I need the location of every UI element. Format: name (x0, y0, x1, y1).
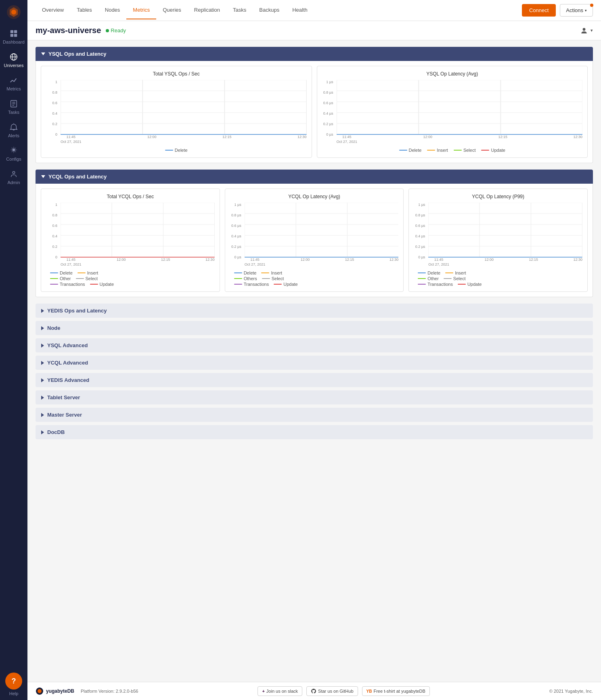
sidebar-item-tasks[interactable]: Tasks (0, 94, 27, 118)
sidebar-item-label: Admin (7, 180, 20, 185)
node-label: Node (47, 325, 61, 331)
sidebar-bottom: ? Help (0, 673, 27, 700)
ysql-ops-area: 10.80.60.40.20 (46, 80, 307, 145)
node-section[interactable]: Node (36, 321, 593, 335)
help-label: Help (9, 691, 19, 696)
ysql-ops-legend: Delete (46, 148, 307, 153)
sidebar-item-label: Universes (4, 63, 24, 68)
ysql-charts-row: Total YSQL Ops / Sec 10.80.60.40.20 (41, 66, 588, 158)
ysql-latency-yaxis: 1 µs0.8 µs0.6 µs0.4 µs0.2 µs0 µs (322, 80, 335, 136)
yedis-label: YEDIS Ops and Latency (47, 308, 107, 314)
docdb-section[interactable]: DocDB (36, 425, 593, 439)
help-button[interactable]: ? (5, 673, 22, 690)
tab-tasks[interactable]: Tasks (226, 1, 253, 19)
ysql-latency-plot (337, 80, 583, 135)
ysql-latency-chart: YSQL Op Latency (Avg) 1 µs0.8 µs0.6 µs0.… (317, 66, 588, 158)
ycql-advanced-section[interactable]: YCQL Advanced (36, 356, 593, 370)
ycql-ops-title: Total YCQL Ops / Sec (46, 194, 215, 199)
master-server-chevron-icon (41, 413, 44, 417)
svg-rect-3 (14, 30, 17, 33)
svg-point-13 (13, 149, 15, 151)
tablet-server-section[interactable]: Tablet Server (36, 390, 593, 404)
ycql-advanced-label: YCQL Advanced (47, 360, 88, 366)
sidebar-item-alerts[interactable]: Alerts (0, 118, 27, 141)
svg-point-15 (583, 28, 586, 31)
ycql-latency-avg-title: YCQL Op Latency (Avg) (230, 194, 399, 199)
topnav-actions: Connect Actions ▾ (522, 4, 593, 17)
tab-tables[interactable]: Tables (70, 1, 98, 19)
svg-rect-2 (10, 30, 13, 33)
ycql-chevron-icon (41, 175, 45, 178)
svg-point-14 (13, 172, 15, 174)
footer: yugabyteDB Platform Version: 2.9.2.0-b56… (27, 682, 601, 700)
sidebar-item-admin[interactable]: Admin (0, 165, 27, 188)
ysql-latency-legend: Delete Insert Select Update (322, 148, 583, 153)
ysql-ops-yaxis: 10.80.60.40.20 (46, 80, 59, 136)
actions-chevron-icon: ▾ (585, 8, 587, 13)
ysql-advanced-label: YSQL Advanced (47, 342, 88, 348)
ysql-advanced-chevron-icon (41, 344, 44, 348)
topnav-tabs: Overview Tables Nodes Metrics Queries Re… (36, 1, 522, 19)
master-server-section[interactable]: Master Server (36, 408, 593, 422)
yedis-advanced-chevron-icon (41, 378, 44, 382)
ycql-ops-plot (61, 203, 215, 258)
ycql-section: YCQL Ops and Latency Total YCQL Ops / Se… (36, 170, 593, 297)
master-server-label: Master Server (47, 412, 82, 418)
ysql-ops-chart: Total YSQL Ops / Sec 10.80.60.40.20 (41, 66, 312, 158)
ycql-latency-p99-yaxis: 1 µs0.8 µs0.6 µs0.4 µs0.2 µs0 µs (414, 203, 427, 259)
yedis-section[interactable]: YEDIS Ops and Latency (36, 304, 593, 318)
docdb-label: DocDB (47, 429, 65, 435)
sidebar-item-label: Dashboard (3, 40, 25, 44)
tshirt-link[interactable]: YB Free t-shirt at yugabyteDB (362, 686, 430, 696)
tab-nodes[interactable]: Nodes (98, 1, 127, 19)
tab-queries[interactable]: Queries (156, 1, 188, 19)
sidebar-item-metrics[interactable]: Metrics (0, 71, 27, 94)
universe-name: my-aws-universe (36, 26, 101, 35)
connect-button[interactable]: Connect (522, 4, 556, 17)
ycql-latency-p99-chart: YCQL Op Latency (P99) 1 µs0.8 µs0.6 µs0.… (408, 189, 588, 292)
footer-copyright: © 2021 Yugabyte, Inc. (549, 689, 593, 694)
ysql-latency-title: YSQL Op Latency (Avg) (322, 71, 583, 77)
footer-brand: yugabyteDB (36, 687, 74, 695)
sidebar-item-label: Configs (6, 157, 21, 161)
ycql-section-header[interactable]: YCQL Ops and Latency (36, 170, 593, 184)
ycql-ops-area: 10.80.60.40.20 (46, 203, 215, 267)
github-link[interactable]: Star us on GitHub (306, 686, 358, 696)
sidebar-item-dashboard[interactable]: Dashboard (0, 24, 27, 48)
status-badge: Ready (106, 27, 126, 34)
ysql-ops-title: Total YSQL Ops / Sec (46, 71, 307, 77)
tab-overview[interactable]: Overview (36, 1, 70, 19)
sidebar-logo (0, 0, 27, 24)
tab-metrics[interactable]: Metrics (126, 1, 156, 19)
user-chevron-icon[interactable]: ▾ (591, 28, 593, 33)
universe-header: my-aws-universe Ready ▾ (27, 21, 601, 40)
ysql-latency-xaxis: 11:45Oct 27, 2021 12:00 12:15 12:30 (337, 135, 583, 145)
ycql-ops-xaxis: 11:45Oct 27, 2021 12:00 12:15 12:30 (61, 258, 215, 267)
universe-actions: ▾ (580, 27, 593, 35)
ysql-section: YSQL Ops and Latency Total YSQL Ops / Se… (36, 47, 593, 163)
svg-rect-4 (10, 34, 13, 37)
actions-button[interactable]: Actions ▾ (560, 4, 593, 17)
ycql-ops-yaxis: 10.80.60.40.20 (46, 203, 59, 259)
svg-point-1 (11, 10, 16, 15)
ysql-advanced-section[interactable]: YSQL Advanced (36, 338, 593, 352)
ycql-latency-avg-plot (245, 203, 399, 258)
sidebar-item-universes[interactable]: Universes (0, 48, 27, 71)
ysql-section-title: YSQL Ops and Latency (48, 51, 107, 57)
footer-version: Platform Version: 2.9.2.0-b56 (81, 689, 138, 694)
ysql-latency-area: 1 µs0.8 µs0.6 µs0.4 µs0.2 µs0 µs (322, 80, 583, 145)
tab-replication[interactable]: Replication (188, 1, 226, 19)
tab-backups[interactable]: Backups (253, 1, 286, 19)
ysql-section-header[interactable]: YSQL Ops and Latency (36, 47, 593, 61)
yedis-advanced-section[interactable]: YEDIS Advanced (36, 373, 593, 387)
ycql-latency-p99-title: YCQL Op Latency (P99) (414, 194, 582, 199)
slack-link[interactable]: + Join us on slack (258, 686, 302, 696)
sidebar-item-configs[interactable]: Configs (0, 141, 27, 165)
ycql-latency-p99-legend: Delete Insert Other Select Transactions … (414, 270, 582, 287)
ycql-section-body: Total YCQL Ops / Sec 10.80.60.40.20 (36, 184, 593, 297)
ycql-latency-avg-yaxis: 1 µs0.8 µs0.6 µs0.4 µs0.2 µs0 µs (230, 203, 243, 259)
ycql-charts-row: Total YCQL Ops / Sec 10.80.60.40.20 (41, 189, 588, 292)
ycql-latency-avg-xaxis: 11:45Oct 27, 2021 12:00 12:15 12:30 (245, 258, 399, 267)
node-chevron-icon (41, 326, 44, 330)
tab-health[interactable]: Health (286, 1, 314, 19)
